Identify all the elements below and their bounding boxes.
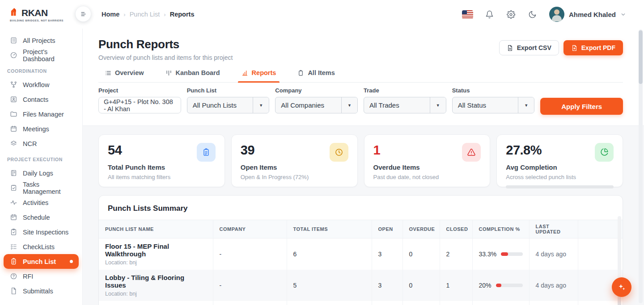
stat-sublabel: Past due date, not closed	[373, 174, 481, 180]
sidebar-item-workflow[interactable]: Workflow	[0, 77, 82, 92]
row-updated: 4 days ago	[529, 238, 578, 270]
building-icon	[10, 37, 17, 44]
dropdown-arrow-icon: ▼	[253, 97, 269, 113]
sidebar-item-site-inspections[interactable]: Site Inspections	[0, 225, 82, 239]
col-open: OPEN	[372, 220, 402, 238]
export-pdf-label: Export PDF	[581, 44, 615, 51]
stat-value: 39	[241, 143, 254, 158]
sidebar-item-rfi[interactable]: RFI	[0, 269, 82, 284]
trade-filter-label: Trade	[364, 87, 446, 94]
col-completion: COMPLETION %	[472, 220, 529, 238]
file-icon	[10, 287, 17, 295]
stat-card-total-punch-items: 54 Total Punch Items All items matching …	[98, 134, 225, 187]
sidebar-toggle-button[interactable]	[75, 6, 91, 22]
stat-sublabel: Open & In Progress (72%)	[241, 174, 348, 180]
stat-value: 27.8%	[506, 143, 542, 158]
tab-reports[interactable]: Reports	[241, 69, 277, 82]
navbar-actions: Ahmed Khaled	[462, 7, 644, 22]
row-completion-pct: 33.3%	[479, 251, 497, 258]
kanban-icon	[165, 70, 172, 76]
row-company: -	[213, 270, 287, 301]
breadcrumb-separator: ›	[123, 11, 125, 18]
dark-mode-moon-icon[interactable]	[528, 9, 538, 19]
sparkles-icon	[617, 283, 626, 292]
stat-label: Avg Completion	[506, 163, 614, 171]
tab-bar: Overview Kanban Board Reports All Items	[98, 69, 623, 83]
col-closed: CLOSED	[440, 220, 472, 238]
tab-kanban-board[interactable]: Kanban Board	[165, 69, 221, 82]
breadcrumb-punch-list[interactable]: Punch List	[130, 11, 160, 18]
warning-triangle-icon	[462, 143, 481, 162]
tab-label: Kanban Board	[176, 69, 220, 76]
sidebar-item-punch-list[interactable]: Punch List	[4, 254, 79, 269]
page-title: Punch Reports	[98, 38, 233, 51]
pie-chart-icon	[595, 143, 614, 162]
row-updated: 4 days ago	[529, 301, 578, 305]
project-input[interactable]: G+4P+15 - Plot No. 308 - Al Khan	[98, 97, 181, 113]
sidebar-item-daily-logs[interactable]: Daily Logs	[0, 166, 82, 180]
table-row[interactable]: Floor 15 - MEP Final WalkthroughLocation…	[99, 238, 623, 270]
export-csv-button[interactable]: Export CSV	[499, 40, 559, 55]
file-csv-icon	[507, 45, 513, 51]
layers-icon	[10, 140, 17, 147]
notifications-bell-icon[interactable]	[485, 9, 495, 19]
page-header: Punch Reports Overview of punch lists an…	[83, 29, 644, 83]
ai-assistant-fab-button[interactable]	[612, 277, 631, 297]
table-row[interactable]: Floor 5 - Window & Glazing SnagsLocation…	[99, 301, 623, 305]
sidebar-item-ncr[interactable]: NCR	[0, 136, 82, 151]
clipboard-check-icon	[10, 184, 17, 192]
sidebar-section-coordination: COORDINATION	[0, 63, 82, 77]
user-menu[interactable]: Ahmed Khaled	[549, 7, 626, 22]
row-overdue: 0	[402, 270, 440, 301]
page-scrollbar[interactable]	[639, 29, 643, 303]
sidebar-item-contacts[interactable]: Contacts	[0, 92, 82, 107]
sidebar-item-label: CheckLists	[23, 243, 55, 251]
company-select-value: All Companies	[275, 101, 341, 109]
status-select[interactable]: All Status ▼	[452, 97, 535, 113]
breadcrumb-home[interactable]: Home	[102, 11, 119, 18]
sidebar-section-project-execution: PROJECT EXECUTION	[0, 151, 82, 166]
col-overdue: OVERDUE	[402, 220, 440, 238]
col-last-updated: LAST UPDATED	[529, 220, 578, 238]
sidebar-item-projects-dashboard[interactable]: Project's Dashboard	[0, 48, 82, 63]
page-scrollbar-thumb[interactable]	[639, 30, 643, 84]
user-avatar	[549, 7, 564, 22]
sidebar-item-activities[interactable]: Activities	[0, 195, 82, 210]
stat-sublabel: All items matching filters	[108, 174, 216, 180]
breadcrumb: Home › Punch List › Reports	[102, 11, 195, 18]
chevron-down-icon	[620, 12, 626, 17]
trade-select[interactable]: All Trades ▼	[364, 97, 446, 113]
stat-value: 54	[108, 143, 122, 158]
company-select[interactable]: All Companies ▼	[275, 97, 358, 113]
col-total-items: TOTAL ITEMS	[287, 220, 372, 238]
tab-all-items[interactable]: All Items	[297, 69, 335, 82]
sidebar-item-meetings[interactable]: Meetings	[0, 121, 82, 136]
apply-filters-button[interactable]: Apply Filters	[540, 98, 623, 115]
sidebar-item-files-manager[interactable]: Files Manager	[0, 107, 82, 121]
stat-label: Open Items	[241, 163, 348, 171]
sidebar-item-label: Project's Dashboard	[23, 48, 78, 63]
sidebar-item-tasks-management[interactable]: Tasks Management	[0, 180, 82, 195]
punch-lists-summary-card: Punch Lists Summary PUNCH LIST NAME COMP…	[98, 195, 623, 305]
contacts-icon	[10, 96, 17, 103]
row-location: Location: bnj	[105, 291, 207, 297]
sidebar-item-submittals[interactable]: Submittals	[0, 284, 82, 298]
sidebar-item-schedule[interactable]: Schedule	[0, 210, 82, 225]
row-overdue: 0	[402, 238, 440, 270]
export-pdf-button[interactable]: Export PDF	[564, 40, 623, 55]
question-circle-icon	[10, 272, 17, 280]
sidebar-item-label: Contacts	[23, 96, 48, 103]
calendar-icon	[10, 125, 17, 133]
sidebar-item-all-projects[interactable]: All Projects	[0, 33, 82, 48]
language-flag-icon[interactable]	[462, 10, 473, 19]
calendar-icon	[10, 213, 17, 221]
punch-list-select[interactable]: All Punch Lists ▼	[187, 97, 270, 113]
logo[interactable]: RKAN BUILDING BRIDGES, NOT BARRIERS	[10, 7, 64, 22]
table-title: Punch Lists Summary	[99, 196, 623, 220]
table-row[interactable]: Lobby - Tiling & Flooring IssuesLocation…	[99, 270, 623, 301]
tab-overview[interactable]: Overview	[104, 69, 145, 82]
row-updated: 4 days ago	[529, 270, 578, 301]
row-total: 5	[287, 301, 372, 305]
sidebar-item-checklists[interactable]: CheckLists	[0, 239, 82, 254]
settings-gear-icon[interactable]	[506, 9, 516, 19]
